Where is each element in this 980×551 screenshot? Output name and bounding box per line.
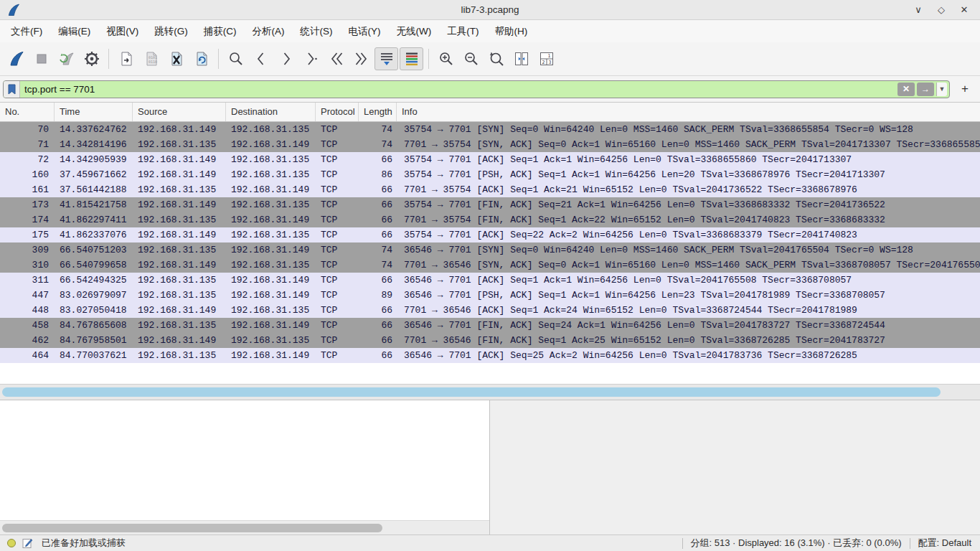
- resize-columns-button[interactable]: [509, 47, 533, 70]
- window-controls: ∨ ◇ ✕: [910, 3, 980, 17]
- menu-file[interactable]: 文件(F): [3, 22, 50, 42]
- capture-comment-icon[interactable]: [22, 537, 33, 549]
- packet-row[interactable]: 45884.767865608192.168.31.135192.168.31.…: [0, 318, 980, 333]
- first-packet-button[interactable]: [324, 47, 348, 70]
- capture-options-button[interactable]: [80, 47, 103, 70]
- restart-capture-button[interactable]: [55, 47, 78, 70]
- open-file-button[interactable]: [114, 47, 138, 70]
- column-header-length[interactable]: Length: [359, 103, 397, 121]
- menu-go[interactable]: 跳转(G): [146, 22, 196, 42]
- cell-time: 66.540799658: [55, 258, 133, 273]
- profile-selector[interactable]: 配置: Default: [918, 537, 980, 550]
- stop-capture-button[interactable]: [29, 47, 53, 70]
- go-forward-button[interactable]: [274, 47, 298, 70]
- packet-row[interactable]: 46284.767958501192.168.31.149192.168.31.…: [0, 333, 980, 348]
- packet-row[interactable]: 16137.561442188192.168.31.135192.168.31.…: [0, 182, 980, 197]
- save-file-button[interactable]: 01010110: [139, 47, 163, 70]
- colorize-toggle[interactable]: [400, 47, 423, 70]
- cell-no: 309: [0, 242, 55, 258]
- go-back-button[interactable]: [249, 47, 273, 70]
- menu-statistics[interactable]: 统计(S): [293, 22, 341, 42]
- cell-time: 84.767865608: [55, 318, 133, 333]
- packet-row[interactable]: 44783.026979097192.168.31.135192.168.31.…: [0, 288, 980, 303]
- cell-time: 41.862297411: [55, 212, 133, 227]
- expert-info-icon[interactable]: [7, 539, 16, 547]
- cell-no: 310: [0, 258, 55, 273]
- menu-capture[interactable]: 捕获(C): [196, 22, 245, 42]
- filter-bookmark-button[interactable]: [4, 81, 20, 98]
- zoom-out-button[interactable]: [459, 47, 483, 70]
- toolbar-separator: [428, 49, 429, 69]
- colorize-icon: [403, 50, 420, 67]
- column-header-protocol[interactable]: Protocol: [316, 103, 359, 121]
- svg-text:3: 3: [548, 60, 551, 65]
- menu-edit[interactable]: 编辑(E): [50, 22, 98, 42]
- details-hscrollbar[interactable]: [0, 520, 489, 534]
- packet-list-hscrollbar-thumb[interactable]: [2, 387, 941, 397]
- column-header-info[interactable]: Info: [397, 103, 980, 121]
- column-header-time[interactable]: Time: [55, 103, 133, 121]
- last-packet-button[interactable]: [349, 47, 373, 70]
- details-hscrollbar-thumb[interactable]: [2, 524, 382, 532]
- packet-row[interactable]: 31066.540799658192.168.31.149192.168.31.…: [0, 258, 980, 273]
- packet-row[interactable]: 46484.770037621192.168.31.135192.168.31.…: [0, 348, 980, 363]
- packet-row[interactable]: 7214.342905939192.168.31.149192.168.31.1…: [0, 152, 980, 167]
- packet-row[interactable]: 44883.027050418192.168.31.149192.168.31.…: [0, 303, 980, 318]
- menu-help[interactable]: 帮助(H): [486, 22, 535, 42]
- cell-length: 89: [359, 288, 397, 303]
- menu-analyze[interactable]: 分析(A): [245, 22, 293, 42]
- close-button[interactable]: ✕: [956, 3, 973, 17]
- cell-info: 7701 → 35754 [ACK] Seq=1 Ack=21 Win=6515…: [397, 182, 980, 197]
- cell-length: 66: [359, 273, 397, 288]
- cell-destination: 192.168.31.149: [226, 273, 316, 288]
- column-header-destination[interactable]: Destination: [226, 103, 316, 121]
- close-file-button[interactable]: [164, 47, 188, 70]
- cell-no: 72: [0, 152, 55, 167]
- cell-source: 192.168.31.135: [133, 318, 226, 333]
- column-layout-button[interactable]: 123: [534, 47, 558, 70]
- packet-row[interactable]: 7114.342814196192.168.31.135192.168.31.1…: [0, 137, 980, 152]
- cell-no: 71: [0, 137, 55, 152]
- packet-row[interactable]: 17441.862297411192.168.31.135192.168.31.…: [0, 212, 980, 227]
- packet-row[interactable]: 31166.542494325192.168.31.135192.168.31.…: [0, 273, 980, 288]
- filter-apply-button[interactable]: →: [917, 83, 934, 96]
- chevron-right-dot-icon: [303, 50, 320, 67]
- stop-square-icon: [33, 50, 50, 67]
- packet-bytes-pane[interactable]: [490, 400, 980, 534]
- filter-add-button[interactable]: +: [956, 82, 974, 96]
- menu-telephony[interactable]: 电话(Y): [341, 22, 389, 42]
- zoom-reset-button[interactable]: [484, 47, 508, 70]
- menu-view[interactable]: 视图(V): [98, 22, 146, 42]
- reload-file-button[interactable]: [189, 47, 213, 70]
- filter-dropdown-button[interactable]: ▼: [936, 83, 947, 96]
- go-to-packet-button[interactable]: [299, 47, 323, 70]
- column-header-no[interactable]: No.: [0, 103, 55, 121]
- cell-time: 37.561442188: [55, 182, 133, 197]
- svg-text:1: 1: [547, 53, 550, 59]
- minimize-button[interactable]: ∨: [910, 3, 927, 17]
- svg-text:2: 2: [542, 60, 545, 65]
- packet-row[interactable]: 7014.337624762192.168.31.149192.168.31.1…: [0, 122, 980, 137]
- status-separator: [682, 538, 683, 549]
- packet-row[interactable]: 30966.540751203192.168.31.135192.168.31.…: [0, 242, 980, 258]
- packet-list-hscrollbar[interactable]: [0, 384, 980, 400]
- start-capture-button[interactable]: [4, 47, 28, 70]
- find-packet-button[interactable]: [224, 47, 248, 70]
- cell-source: 192.168.31.149: [133, 227, 226, 242]
- cell-protocol: TCP: [316, 348, 359, 363]
- zoom-out-icon: [463, 50, 480, 67]
- menu-wireless[interactable]: 无线(W): [389, 22, 440, 42]
- filter-clear-button[interactable]: ✕: [897, 83, 915, 96]
- packet-row[interactable]: 17541.862337076192.168.31.149192.168.31.…: [0, 227, 980, 242]
- maximize-button[interactable]: ◇: [933, 3, 950, 17]
- packet-details-body[interactable]: [0, 400, 489, 520]
- display-filter-input[interactable]: [20, 84, 897, 95]
- menu-tools[interactable]: 工具(T): [439, 22, 486, 42]
- packet-row[interactable]: 16037.459671662192.168.31.149192.168.31.…: [0, 167, 980, 182]
- packet-row[interactable]: 17341.815421758192.168.31.149192.168.31.…: [0, 197, 980, 212]
- zoom-in-button[interactable]: [434, 47, 458, 70]
- packet-list-header: No.TimeSourceDestinationProtocolLengthIn…: [0, 103, 980, 122]
- auto-scroll-toggle[interactable]: [374, 47, 398, 70]
- column-header-source[interactable]: Source: [133, 103, 226, 121]
- cell-source: 192.168.31.149: [133, 258, 226, 273]
